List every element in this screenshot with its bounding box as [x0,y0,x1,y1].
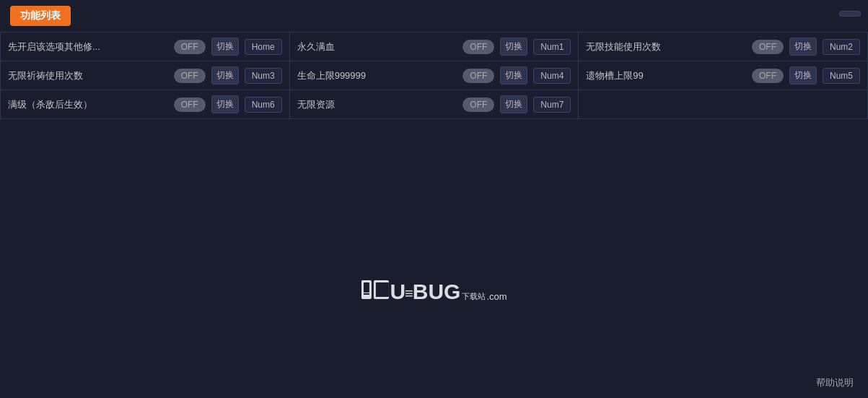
off-button[interactable]: OFF [174,69,206,83]
feature-row: 无限技能使用次数OFF切换Num2 [579,33,868,61]
svg-rect-5 [375,282,382,297]
hotkey-box: Num4 [533,68,571,84]
hotkey-box: Num2 [823,39,860,55]
feature-row: 遗物槽上限99OFF切换Num5 [579,61,868,90]
switch-button[interactable]: 切换 [500,38,527,56]
switch-button[interactable]: 切换 [789,38,817,56]
header-bar: 功能列表 [0,0,868,32]
watermark-com-text: .com [486,291,507,302]
feature-row [579,90,868,119]
switch-button[interactable]: 切换 [211,95,239,113]
watermark-dl-text: 下载站 [462,291,486,302]
switch-button[interactable]: 切换 [500,66,527,85]
svg-rect-1 [363,282,369,293]
switch-button[interactable]: 切换 [789,66,817,85]
feature-row: 永久满血OFF切换Num1 [290,33,579,61]
hotkey-box: Num6 [245,97,282,113]
feature-row: 生命上限999999OFF切换Num4 [290,61,579,90]
feature-label: 无限祈祷使用次数 [8,69,168,82]
switch-button[interactable]: 切换 [211,66,239,85]
watermark-logo: U≡ BUG 下载站 .com [390,280,507,304]
feature-row: 无限资源OFF切换Num7 [290,90,579,119]
top-right-area [839,4,861,17]
hotkey-box: Num7 [533,97,571,113]
feature-row: 无限祈祷使用次数OFF切换Num3 [1,61,290,90]
feature-label: 永久满血 [297,40,457,53]
off-button[interactable]: OFF [174,98,206,112]
watermark: U≡ BUG 下载站 .com [361,280,507,304]
feature-label: 满级（杀敌后生效） [8,98,168,111]
hotkey-box: Num5 [823,68,860,84]
hotkey-box: Num3 [245,68,282,84]
hotkey-box: Num1 [533,39,571,55]
hotkey-box: Home [245,39,282,55]
page-title: 功能列表 [10,6,71,26]
feature-label: 无限技能使用次数 [586,40,746,53]
feature-label: 无限资源 [297,98,457,111]
switch-button[interactable]: 切换 [500,95,527,113]
watermark-bug-text: BUG [413,280,461,304]
off-button[interactable]: OFF [463,40,494,54]
uc-icon [361,280,388,303]
feature-row: 满级（杀敌后生效）OFF切换Num6 [1,90,290,119]
features-grid: 先开启该选项其他修...OFF切换Home永久满血OFF切换Num1无限技能使用… [0,32,868,119]
watermark-uc-text: U≡ [390,280,412,304]
off-button[interactable]: OFF [752,40,784,54]
feature-row: 先开启该选项其他修...OFF切换Home [1,33,290,61]
top-right-button[interactable] [839,11,861,17]
feature-label: 遗物槽上限99 [586,69,746,82]
off-button[interactable]: OFF [463,69,494,83]
feature-label: 生命上限999999 [297,69,457,82]
help-link[interactable]: 帮助说明 [816,376,854,389]
svg-rect-2 [363,293,369,295]
off-button[interactable]: OFF [752,69,784,83]
off-button[interactable]: OFF [174,40,206,54]
feature-label: 先开启该选项其他修... [8,40,168,53]
switch-button[interactable]: 切换 [211,38,239,56]
off-button[interactable]: OFF [463,98,494,112]
